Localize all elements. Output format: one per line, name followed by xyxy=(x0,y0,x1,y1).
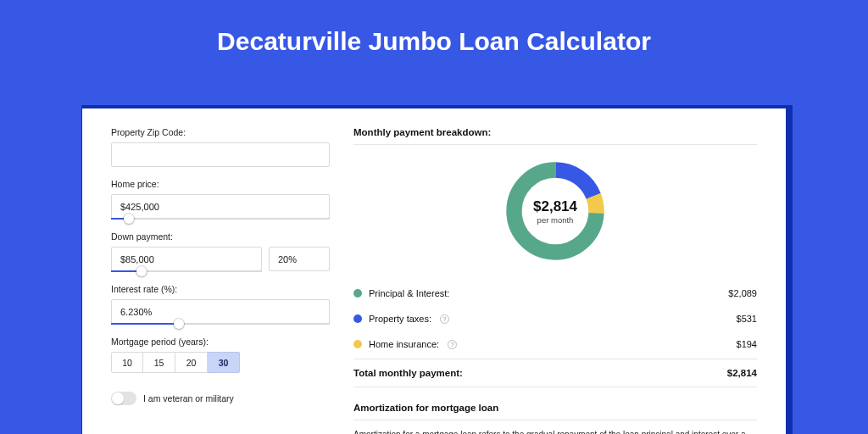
rate-slider-thumb[interactable] xyxy=(174,319,184,329)
amortization-title: Amortization for mortgage loan xyxy=(353,403,757,413)
legend-value: $2,089 xyxy=(728,288,757,298)
period-button-15[interactable]: 15 xyxy=(143,352,175,373)
help-icon[interactable]: ? xyxy=(448,340,457,349)
rate-slider-fill xyxy=(111,323,179,325)
legend-value: $194 xyxy=(737,339,757,349)
veteran-label: I am veteran or military xyxy=(143,393,234,403)
donut-center-amount: $2,814 xyxy=(533,198,577,215)
total-label: Total monthly payment: xyxy=(353,368,463,378)
breakdown-donut-chart: $2,814 per month xyxy=(501,157,609,265)
down-slider[interactable] xyxy=(111,270,262,272)
period-button-group: 10152030 xyxy=(111,352,330,373)
period-button-30[interactable]: 30 xyxy=(208,352,240,373)
zip-label: Property Zip Code: xyxy=(111,127,330,137)
legend-value: $531 xyxy=(737,314,757,324)
legend-label: Property taxes: xyxy=(369,314,431,324)
amortization-text: Amortization for a mortgage loan refers … xyxy=(353,429,757,434)
down-label: Down payment: xyxy=(111,231,330,242)
total-value: $2,814 xyxy=(727,368,757,378)
legend-dot xyxy=(353,340,362,348)
page-title: Decaturville Jumbo Loan Calculator xyxy=(0,0,868,75)
period-label: Mortgage period (years): xyxy=(111,337,330,347)
legend-dot xyxy=(353,314,362,323)
form-panel: Property Zip Code: Home price: Down paym… xyxy=(111,127,330,415)
price-slider[interactable] xyxy=(111,218,330,220)
donut-center-sub: per month xyxy=(537,215,574,225)
veteran-toggle-knob xyxy=(112,392,124,404)
period-button-10[interactable]: 10 xyxy=(111,352,143,373)
rate-input[interactable] xyxy=(111,299,330,324)
down-amount-input[interactable] xyxy=(111,247,262,271)
price-input[interactable] xyxy=(111,194,330,219)
price-slider-thumb[interactable] xyxy=(124,214,134,224)
amortization-rule xyxy=(353,420,757,420)
breakdown-legend: Principal & Interest:$2,089Property taxe… xyxy=(353,281,757,357)
calculator-card: Property Zip Code: Home price: Down paym… xyxy=(82,108,786,434)
rate-label: Interest rate (%): xyxy=(111,284,330,294)
veteran-toggle[interactable] xyxy=(111,392,136,405)
down-slider-thumb[interactable] xyxy=(136,266,147,276)
legend-row: Principal & Interest:$2,089 xyxy=(353,281,757,306)
period-button-20[interactable]: 20 xyxy=(175,352,208,373)
zip-input[interactable] xyxy=(111,142,330,167)
legend-dot xyxy=(353,289,362,298)
legend-label: Principal & Interest: xyxy=(369,288,449,298)
help-icon[interactable]: ? xyxy=(440,314,449,324)
price-label: Home price: xyxy=(111,179,330,189)
results-panel: Monthly payment breakdown: $2,814 per mo… xyxy=(353,127,757,415)
down-percent-input[interactable] xyxy=(269,247,330,271)
legend-label: Home insurance: xyxy=(369,339,439,349)
breakdown-title: Monthly payment breakdown: xyxy=(353,127,757,137)
rate-slider[interactable] xyxy=(111,323,330,325)
legend-row: Home insurance:?$194 xyxy=(353,331,757,357)
legend-row: Property taxes:?$531 xyxy=(353,306,757,331)
